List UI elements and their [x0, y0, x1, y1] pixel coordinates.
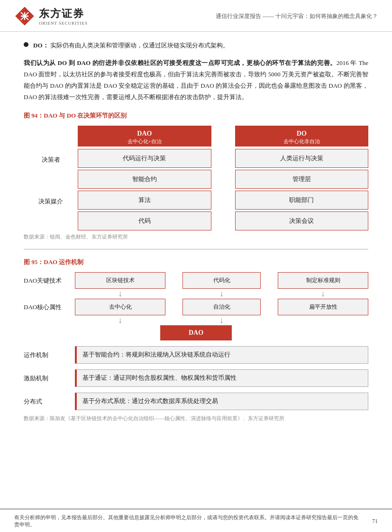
bullet-item-do: DO： 实际仍有由人类决策和管理驱动，仅通过区块链实现分布式架构。: [24, 40, 368, 51]
footer-page: 71: [372, 518, 378, 525]
tech-label: DAO关键技术: [24, 272, 75, 289]
mech-items: 运作机制 基于智能合约：将规则和法规纳入区块链系统自动运行 激励机制 基于通证：…: [24, 346, 368, 410]
logo-area: 东方证券 ORIENT SECURITIES: [14, 6, 88, 27]
attr1: 去中心化: [75, 299, 165, 315]
mech1-box: 基于智能合约：将规则和法规纳入区块链系统自动运行: [75, 346, 368, 364]
tech-row: DAO关键技术 区块链技术 代码化 制定标准规则: [24, 272, 368, 289]
fig94-source: 数据来源：链阅、金色财经、东方证券研究所: [24, 233, 368, 240]
bold-intro: 我们认为从 DO 到 DAO 的衍进并非仅依赖社区的可接受程度这一点即可完成，更…: [24, 59, 337, 66]
mech1-label: 运作机制: [24, 351, 71, 359]
table-row-1: 决策者 代码运行与决策 人类运行与决策: [24, 149, 368, 168]
row2-dao: 智能合约: [78, 170, 211, 189]
row2-gap: [211, 170, 235, 189]
bullet-text: DO： 实际仍有由人类决策和管理驱动，仅通过区块链实现分布式架构。: [33, 40, 229, 51]
row3-dao: 算法: [78, 191, 211, 210]
row3-gap: [211, 191, 235, 210]
tech2: 代码化: [182, 272, 261, 289]
bullet-section: DO： 实际仍有由人类决策和管理驱动，仅通过区块链实现分布式架构。: [24, 40, 368, 51]
mech2-label: 激励机制: [24, 374, 71, 383]
tech-gap1: [165, 272, 182, 289]
row4-do: 决策会议: [235, 212, 368, 230]
header-empty: [24, 126, 78, 147]
arrow1: ↓: [75, 289, 165, 299]
dao-mech-diagram: DAO关键技术 区块链技术 代码化 制定标准规则 ↓ ↓ ↓ DAO核心属性 去…: [24, 272, 368, 422]
row1-gap: [211, 149, 235, 168]
report-type: 通信行业深度报告: [216, 13, 261, 19]
report-subtitle: 十问元宇宙：如何将抽象的概念具象化？: [275, 13, 378, 19]
fig94-label: 图 94：DAO 与 DO 在决策环节的区别: [24, 111, 368, 120]
row4-gap: [211, 212, 235, 230]
arrow4: ↓: [75, 315, 165, 325]
fig94-table: DAO 去中心化+自治 DO 去中心化非自治 决策者 代码运行与决策 人类运行与…: [24, 126, 368, 230]
attr-gap2: [261, 299, 278, 315]
tech3: 制定标准规则: [278, 272, 368, 289]
section-divider: [24, 249, 368, 249]
fig95-source: 数据来源：陈加友《基于区块链技术的去中心化自治组织——核心属性、演进脉络与应用前…: [24, 415, 368, 422]
arrow3: ↓: [278, 289, 368, 299]
header-subtitle: 通信行业深度报告 —— 十问元宇宙：如何将抽象的概念具象化？: [216, 12, 378, 20]
table-row-4: 代码 决策会议: [24, 212, 368, 230]
logo-text: 东方证券 ORIENT SECURITIES: [39, 7, 88, 26]
attr3: 扁平开放性: [278, 299, 368, 315]
row3-do: 职能部门: [235, 191, 368, 210]
mech3-label: 分布式: [24, 397, 71, 406]
page-header: 东方证券 ORIENT SECURITIES 通信行业深度报告 —— 十问元宇宙…: [0, 0, 392, 32]
dao-header: DAO 去中心化+自治: [78, 126, 211, 147]
dao-center-box: DAO: [160, 325, 232, 340]
row1-label: 决策者: [24, 149, 78, 170]
row1-do: 人类运行与决策: [235, 149, 368, 168]
body-text-1: 我们认为从 DO 到 DAO 的衍进并非仅依赖社区的可接受程度这一点即可完成，更…: [24, 57, 368, 103]
logo-cn: 东方证券: [39, 7, 88, 21]
tech1: 区块链技术: [75, 272, 165, 289]
mech2-box: 基于通证：通证同时包含股权属性、物权属性和货币属性: [75, 369, 368, 387]
tech-gap2: [261, 272, 278, 289]
row1-dao: 代码运行与决策: [78, 149, 211, 168]
arrow-row2: ↓ ↓: [24, 315, 368, 325]
mech-item-3: 分布式 基于分布式系统：通过分布式数据库系统处理交易: [24, 393, 368, 410]
dao-center-row: DAO: [24, 325, 368, 340]
row3-label: 决策媒介: [24, 191, 78, 212]
do-header: DO 去中心化非自治: [235, 126, 368, 147]
arrow2: ↓: [182, 289, 261, 299]
table-row-3: 决策媒介 算法 职能部门: [24, 191, 368, 210]
row2-do: 管理层: [235, 170, 368, 189]
footer-note: 有关分析师的申明，见本报告最后部分。其他重要信息披露见分析师申明之后部分，或请与…: [14, 514, 363, 528]
page-footer: 有关分析师的申明，见本报告最后部分。其他重要信息披露见分析师申明之后部分，或请与…: [0, 509, 392, 532]
fig95-label: 图 95：DAO 运作机制: [24, 258, 368, 266]
report-dash: ——: [263, 13, 275, 19]
mech-table: DAO关键技术 区块链技术 代码化 制定标准规则 ↓ ↓ ↓ DAO核心属性 去…: [24, 272, 368, 325]
mech-item-1: 运作机制 基于智能合约：将规则和法规纳入区块链系统自动运行: [24, 346, 368, 364]
table-row-2: 智能合约 管理层: [24, 170, 368, 189]
table-header-row: DAO 去中心化+自治 DO 去中心化非自治: [24, 126, 368, 147]
attr2: 自治化: [182, 299, 261, 315]
logo-icon: [14, 6, 35, 27]
arrow5: ↓: [182, 315, 261, 325]
header-gap: [211, 126, 235, 147]
logo-en: ORIENT SECURITIES: [39, 21, 88, 26]
attr-gap1: [165, 299, 182, 315]
main-content: DO： 实际仍有由人类决策和管理驱动，仅通过区块链实现分布式架构。 我们认为从 …: [0, 32, 392, 468]
attr-row: DAO核心属性 去中心化 自治化 扁平开放性: [24, 299, 368, 315]
mech-item-2: 激励机制 基于通证：通证同时包含股权属性、物权属性和货币属性: [24, 369, 368, 387]
attr-label: DAO核心属性: [24, 299, 75, 315]
do-label: DO：: [33, 42, 49, 49]
row4-dao: 代码: [78, 212, 211, 230]
row4-label-empty: [24, 212, 78, 230]
do-text: 实际仍有由人类决策和管理驱动，仅通过区块链实现分布式架构。: [50, 42, 229, 49]
arrow-row1: ↓ ↓ ↓: [24, 289, 368, 299]
row2-label-empty: [24, 170, 78, 189]
mech3-box: 基于分布式系统：通过分布式数据库系统处理交易: [75, 393, 368, 410]
bullet-dot: [24, 42, 28, 47]
